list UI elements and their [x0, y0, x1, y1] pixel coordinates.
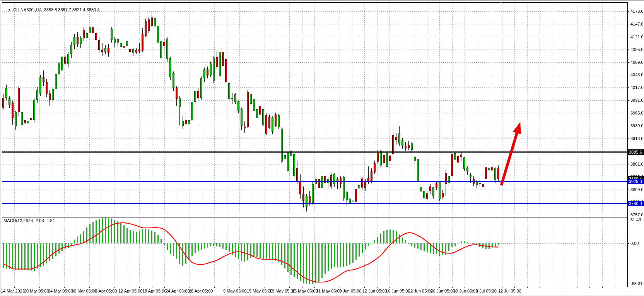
- chart-title: ▼CHINA300-,H4 3853.8 3857.7 3821.4 3830.…: [3, 3, 99, 17]
- price-tick-label: 4121.0: [630, 34, 644, 39]
- time-tick-label: 30 Jun 05:00: [453, 288, 478, 294]
- time-tick-label: 9 May 05:00: [223, 288, 247, 294]
- price-tick-label: 4173.0: [630, 9, 644, 14]
- time-tick-label: 22 Jun 05:00: [408, 288, 433, 294]
- mt4-chart-window: ▼CHINA300-,H4 3853.8 3857.7 3821.4 3830.…: [0, 0, 644, 296]
- time-tick-label: 25 May 05:00: [292, 288, 318, 294]
- macd-indicator-label: MACD(12,26,9) -2.03 -4.84: [3, 218, 55, 223]
- price-tick-label: 3757.0: [630, 212, 644, 217]
- macd-scale-label: 31.43: [630, 217, 641, 222]
- price-tick-label: 4147.0: [630, 21, 644, 27]
- last-bar-marker-icon: ▼: [499, 1, 503, 5]
- time-tick-label: 15 May 05:00: [247, 288, 273, 294]
- price-tick-label: 4069.0: [630, 60, 644, 65]
- time-tick-label: 12 Jul 05:00: [498, 288, 521, 294]
- time-tick-label: 12 Apr 05:00: [118, 288, 142, 294]
- price-tick-label: 3913.0: [630, 136, 644, 141]
- price-level-box: 3825.0: [628, 179, 644, 184]
- time-tick-label: 31 May 05:00: [316, 288, 342, 294]
- time-tick-label: 28 Apr 05:00: [189, 288, 213, 294]
- price-tick-label: 4043.0: [630, 72, 644, 77]
- price-tick-label: 3861.0: [630, 161, 644, 167]
- price-tick-label: 4095.0: [630, 47, 644, 52]
- price-tick-label: 3939.0: [630, 123, 644, 128]
- price-tick-label: 4017.0: [630, 85, 644, 90]
- symbol-period-label: CHINA300-,H4: [13, 7, 41, 12]
- time-tick-label: 6 Jul 05:00: [476, 288, 497, 294]
- macd-scale-label: 0.00: [630, 241, 639, 246]
- time-tick-label: 12 Jun 05:00: [362, 288, 387, 294]
- macd-scale-label: -53.31: [630, 281, 642, 286]
- time-tick-label: 20 Mar 05:00: [24, 288, 49, 294]
- time-tick-label: 24 Apr 05:00: [166, 288, 190, 294]
- window-left-frame: [0, 0, 1, 296]
- time-tick-label: 24 Mar 05:00: [48, 288, 73, 294]
- time-tick-label: 30 Mar 05:00: [72, 288, 97, 294]
- time-tick-label: 18 Apr 05:00: [142, 288, 166, 294]
- price-tick-label: 3965.0: [630, 110, 644, 116]
- ohlc-readout: 3853.8 3857.7 3821.4 3830.4: [44, 7, 100, 12]
- time-tick-label: 6 Jun 05:00: [339, 288, 362, 294]
- time-tick-label: 14 Mar 2023: [1, 288, 25, 294]
- price-level-box: 3885.6: [628, 149, 644, 155]
- time-tick-label: 16 Jun 05:00: [386, 288, 410, 294]
- price-chart-canvas[interactable]: [0, 0, 644, 296]
- price-tick-label: 3809.0: [630, 187, 644, 192]
- symbol-dropdown-icon[interactable]: ▼: [8, 8, 11, 12]
- price-level-box: 3780.0: [628, 201, 644, 206]
- window-top-frame: [0, 0, 644, 1]
- time-tick-label: 26 Jun 05:00: [430, 288, 455, 294]
- time-tick-label: 19 May 05:00: [270, 288, 296, 294]
- price-tick-label: 3991.0: [630, 98, 644, 103]
- time-tick-label: 6 Apr 05:00: [95, 288, 117, 294]
